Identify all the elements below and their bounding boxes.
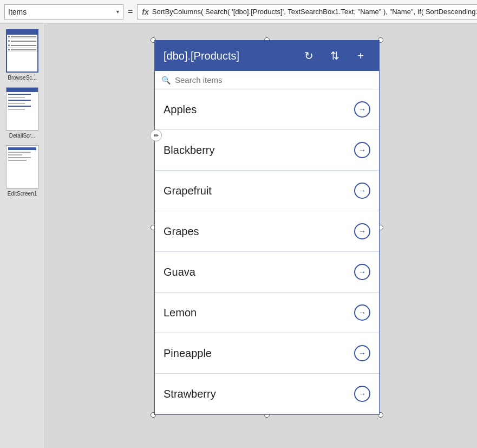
edit-thumb-preview: [6, 145, 38, 189]
sort-button[interactable]: ⇅: [325, 46, 344, 66]
list-item[interactable]: Grapes →: [155, 211, 379, 252]
sort-icon: ⇅: [330, 49, 339, 62]
refresh-button[interactable]: ↻: [299, 46, 318, 66]
list-item-name: Grapefruit: [164, 185, 354, 197]
item-list: Apples → Blackberry → Grapefruit → Grape…: [155, 89, 379, 414]
list-item[interactable]: Lemon →: [155, 293, 379, 333]
add-button[interactable]: +: [351, 46, 370, 66]
refresh-icon: ↻: [304, 49, 313, 62]
formula-text: SortByColumns( Search( '[dbo].[Products]…: [152, 8, 477, 16]
equals-sign: =: [128, 7, 133, 17]
list-item-arrow[interactable]: →: [354, 345, 370, 361]
edit-screen-label: EditScreen1: [8, 191, 37, 197]
fx-label: fx: [142, 8, 148, 16]
sidebar-item-edit[interactable]: EditScreen1: [4, 145, 40, 197]
list-item-name: Pineapple: [164, 347, 354, 360]
search-bar: 🔍: [155, 71, 379, 89]
add-icon: +: [357, 50, 364, 62]
list-item-arrow[interactable]: →: [354, 142, 370, 158]
phone-frame: ✏ [dbo].[Products] ↻ ⇅ +: [153, 40, 381, 415]
search-icon: 🔍: [161, 76, 171, 85]
list-item-arrow[interactable]: →: [354, 386, 370, 402]
search-input[interactable]: [175, 75, 373, 85]
app-container: [dbo].[Products] ↻ ⇅ + 🔍: [154, 40, 380, 415]
detail-screen-label: DetailScr...: [9, 133, 35, 139]
list-item-arrow[interactable]: →: [354, 264, 370, 280]
items-select-wrapper[interactable]: Items: [4, 4, 123, 20]
sidebar: BrowseSc... DetailScr...: [0, 24, 45, 448]
edit-overlay-icon[interactable]: ✏: [150, 129, 162, 141]
sidebar-item-browse[interactable]: BrowseSc...: [4, 29, 40, 81]
list-item-name: Grapes: [164, 225, 354, 238]
list-item-name: Strawberry: [164, 388, 354, 400]
list-item-arrow[interactable]: →: [354, 223, 370, 239]
list-item-arrow[interactable]: →: [354, 101, 370, 118]
list-item-arrow[interactable]: →: [354, 304, 370, 321]
list-item[interactable]: Grapefruit →: [155, 171, 379, 211]
browse-screen-label: BrowseSc...: [8, 75, 36, 81]
list-item-name: Lemon: [164, 307, 354, 319]
main-content: BrowseSc... DetailScr...: [0, 24, 477, 448]
detail-thumb-preview: [6, 87, 38, 131]
list-item[interactable]: Guava →: [155, 252, 379, 293]
list-item-name: Blackberry: [164, 144, 354, 157]
list-item-name: Apples: [164, 103, 354, 116]
browse-thumb-preview: [6, 29, 38, 73]
items-select[interactable]: Items: [4, 4, 123, 20]
list-item[interactable]: Strawberry →: [155, 374, 379, 414]
top-toolbar: Items = fx SortByColumns( Search( '[dbo]…: [0, 0, 477, 24]
list-item[interactable]: Pineapple →: [155, 333, 379, 374]
list-item[interactable]: Apples →: [155, 89, 379, 130]
list-item-name: Guava: [164, 266, 354, 278]
sidebar-item-detail[interactable]: DetailScr...: [4, 87, 40, 139]
list-item[interactable]: Blackberry →: [155, 130, 379, 171]
app-header: [dbo].[Products] ↻ ⇅ +: [155, 41, 379, 71]
app-header-title: [dbo].[Products]: [164, 50, 292, 62]
canvas-area: ✏ [dbo].[Products] ↻ ⇅ +: [45, 24, 477, 448]
list-item-arrow[interactable]: →: [354, 183, 370, 199]
formula-bar[interactable]: fx SortByColumns( Search( '[dbo].[Produc…: [137, 4, 477, 20]
